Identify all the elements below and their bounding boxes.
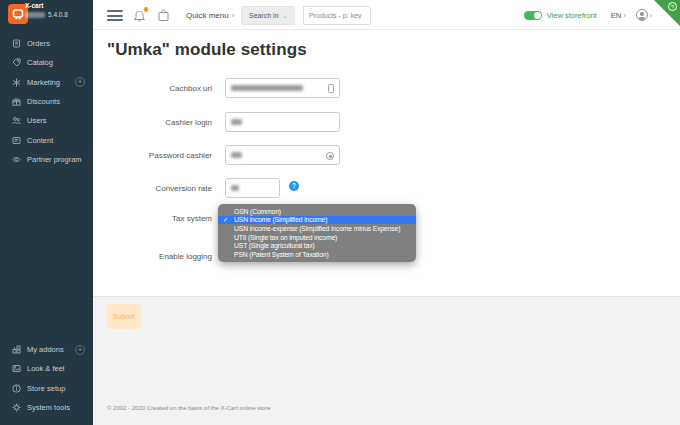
tax-option-utii[interactable]: UTII (Single tax on imputed income) [218, 233, 416, 242]
system-tools-icon [11, 403, 21, 413]
form-row-cachbox-url: Cachbox url [93, 78, 513, 98]
conversion-rate-input[interactable] [225, 178, 280, 198]
cashier-login-input[interactable] [225, 112, 340, 132]
cachbox-url-input[interactable] [225, 78, 340, 98]
page-title: "Umka" module settings [107, 40, 307, 60]
form-row-password-cashier: Password cashier [93, 145, 513, 165]
field-label: Enable logging [93, 252, 212, 261]
field-label: Conversion rate [93, 184, 212, 193]
form-row-cashier-login: Cashier login [93, 112, 513, 132]
sidebar-item-marketing[interactable]: Marketing + [0, 73, 93, 92]
field-label: Tax system [93, 214, 212, 223]
sidebar-item-content[interactable]: Content [0, 130, 93, 149]
form-footer-section: Submit © 2002 - 2020 Created on the basi… [93, 296, 680, 425]
top-header: Quick menu › Search in ⌄ View storefront… [93, 0, 680, 30]
sidebar-nav-bottom: My addons + Look & feel Store setup Syst… [0, 340, 93, 417]
tax-option-usn-income-expense[interactable]: USN income-expense (Simplified income mi… [218, 224, 416, 233]
my-addons-add-icon[interactable]: + [75, 345, 85, 355]
marketing-add-icon[interactable]: + [75, 77, 85, 87]
sidebar-item-discounts[interactable]: Discounts [0, 92, 93, 111]
search-in-dropdown[interactable]: Search in ⌄ [241, 6, 295, 25]
hamburger-menu-icon[interactable] [107, 10, 123, 21]
marketplace-bag-icon[interactable] [157, 8, 171, 22]
blurred-value [231, 185, 239, 191]
conversion-rate-help-icon[interactable]: ? [289, 181, 299, 191]
help-badge-icon[interactable]: ? [668, 2, 677, 11]
field-label: Cachbox url [93, 84, 212, 93]
version-number: 5.4.0.8 [48, 11, 68, 18]
tax-option-ust[interactable]: UST (Single agricultural tax) [218, 242, 416, 251]
sidebar-item-store-setup[interactable]: Store setup [0, 379, 93, 398]
brand-name: X-cart [25, 2, 43, 9]
sidebar: X-cart 5.4.0.8 Orders Catalog Marketing … [0, 0, 93, 425]
tax-system-dropdown: OSN (Common) ✓ USN income (Simplified in… [218, 204, 416, 262]
sidebar-nav: Orders Catalog Marketing + Discounts Use… [0, 34, 93, 169]
submit-button[interactable]: Submit [107, 304, 141, 329]
tax-option-usn-income[interactable]: ✓ USN income (Simplified income) [218, 216, 416, 225]
look-feel-icon [11, 364, 21, 374]
my-addons-icon [11, 345, 21, 355]
blurred-value [231, 85, 303, 91]
reveal-password-icon[interactable] [326, 152, 334, 160]
language-selector[interactable]: EN › [611, 11, 626, 20]
blurred-value [231, 152, 242, 158]
avatar-icon [636, 9, 648, 21]
marketing-icon [11, 77, 21, 87]
notifications-bell-icon[interactable] [133, 8, 147, 22]
storefront-toggle[interactable] [524, 11, 542, 20]
search-input[interactable] [303, 6, 371, 25]
orders-icon [11, 39, 21, 49]
form-row-conversion-rate: Conversion rate ? [93, 178, 513, 198]
edition-name-blurred [25, 12, 45, 18]
sidebar-item-catalog[interactable]: Catalog [0, 53, 93, 72]
chevron-right-icon: › [623, 11, 626, 20]
chevron-down-icon: ⌄ [283, 12, 288, 19]
copyright-text: © 2002 - 2020 Created on the basis of th… [107, 405, 271, 411]
password-cashier-input[interactable] [225, 145, 340, 165]
checkmark-icon: ✓ [223, 216, 228, 225]
content-icon [11, 135, 21, 145]
catalog-icon [11, 58, 21, 68]
notification-dot [144, 7, 149, 12]
users-icon [11, 116, 21, 126]
field-action-icon[interactable] [328, 84, 334, 93]
sidebar-item-look-feel[interactable]: Look & feel [0, 359, 93, 378]
chevron-right-icon: › [650, 12, 652, 19]
header-right-cluster: View storefront EN › › [524, 0, 652, 30]
store-setup-icon [11, 383, 21, 393]
sidebar-item-partner-program[interactable]: Partner program [0, 150, 93, 169]
account-menu[interactable]: › [636, 9, 652, 21]
field-label: Password cashier [93, 151, 212, 160]
quick-menu[interactable]: Quick menu › [186, 0, 234, 30]
view-storefront-link[interactable]: View storefront [547, 11, 597, 20]
tax-option-osn[interactable]: OSN (Common) [218, 207, 416, 216]
discounts-icon [11, 97, 21, 107]
tax-option-psn[interactable]: PSN (Patent System of Taxation) [218, 250, 416, 259]
sidebar-item-system-tools[interactable]: System tools [0, 398, 93, 417]
field-label: Cashier login [93, 118, 212, 127]
sidebar-item-my-addons[interactable]: My addons + [0, 340, 93, 359]
sidebar-item-users[interactable]: Users [0, 111, 93, 130]
main-content: "Umka" module settings Cachbox url Cashi… [93, 30, 680, 425]
chevron-right-icon: › [232, 11, 235, 20]
blurred-value [231, 119, 242, 125]
partner-program-icon [11, 154, 21, 164]
sidebar-item-orders[interactable]: Orders [0, 34, 93, 53]
